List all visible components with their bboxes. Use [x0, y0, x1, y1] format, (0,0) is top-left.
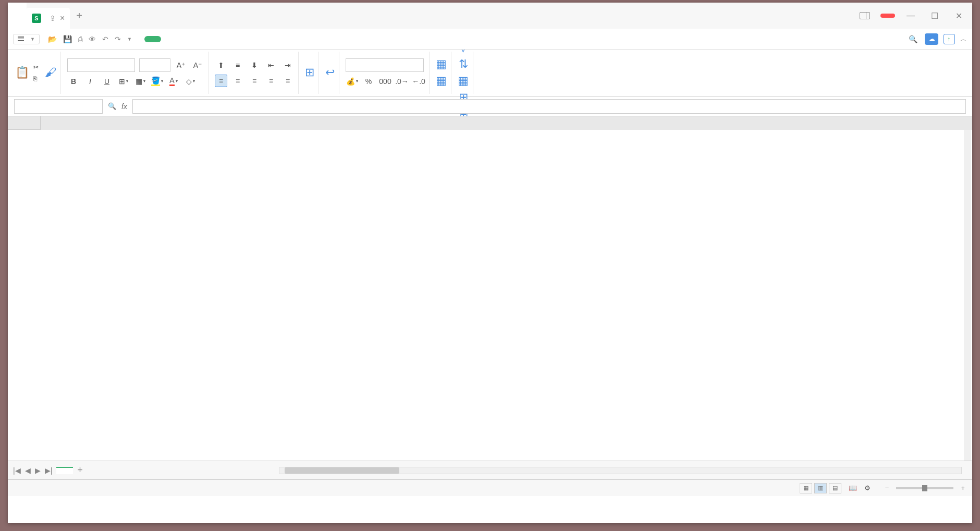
cut-button[interactable]: ✂ — [33, 64, 41, 71]
bold-button[interactable]: B — [67, 75, 80, 88]
font-name-select[interactable] — [67, 58, 135, 72]
decimal-decrease-icon[interactable]: ←.0 — [412, 75, 425, 88]
select-all-corner[interactable] — [8, 116, 41, 130]
spreadsheet-grid[interactable] — [8, 116, 972, 461]
cell-style-button[interactable]: ▦▾ — [134, 75, 146, 88]
tab-baidu[interactable] — [345, 36, 349, 42]
redo-icon[interactable]: ↷ — [115, 35, 121, 43]
align-top-icon[interactable]: ⬆ — [215, 59, 227, 71]
tab-page-layout[interactable] — [194, 36, 199, 42]
zoom-in-icon[interactable]: + — [961, 484, 965, 492]
tab-view[interactable] — [270, 36, 274, 42]
close-window-icon[interactable]: ✕ — [950, 7, 967, 24]
tab-start[interactable] — [144, 36, 161, 42]
ribbon-tabs — [144, 36, 349, 42]
zoom-slider[interactable] — [896, 487, 953, 489]
comma-icon[interactable]: 000 — [379, 75, 391, 88]
view-break-icon[interactable]: ▤ — [829, 483, 841, 493]
print-icon[interactable]: ⎙ — [78, 35, 82, 43]
rg-align: ⬆ ≡ ⬇ ⇤ ⇥ ≡ ≡ ≡ ≡ ≡ — [211, 52, 299, 94]
increase-font-icon[interactable]: A⁺ — [175, 59, 187, 71]
tab-cloud[interactable] — [326, 36, 330, 42]
sheet-nav-prev-icon[interactable]: ◀ — [25, 466, 31, 475]
fx-icon[interactable]: fx — [121, 102, 127, 111]
border-button[interactable]: ⊞▾ — [117, 75, 130, 88]
table-style-button[interactable]: ▦ — [436, 74, 447, 89]
align-left-icon[interactable]: ≡ — [215, 75, 227, 87]
align-bottom-icon[interactable]: ⬇ — [248, 59, 261, 71]
wrap-text-button[interactable]: ↩ — [325, 66, 335, 80]
add-sheet-button[interactable]: + — [77, 465, 83, 476]
font-color-button[interactable]: A▾ — [167, 75, 180, 88]
copy-button[interactable]: ⎘ — [33, 75, 41, 82]
format-button[interactable]: ▦ — [458, 74, 469, 89]
tab-data[interactable] — [232, 36, 236, 42]
percent-icon[interactable]: % — [362, 75, 375, 88]
rg-wrap: ↩ — [321, 52, 339, 94]
view-page-icon[interactable]: ▥ — [814, 483, 827, 493]
underline-button[interactable]: U — [101, 75, 113, 88]
decimal-increase-icon[interactable]: .0→ — [396, 75, 408, 88]
italic-button[interactable]: I — [84, 75, 96, 88]
align-middle-icon[interactable]: ≡ — [231, 59, 244, 71]
justify-icon[interactable]: ≡ — [265, 75, 277, 87]
align-center-icon[interactable]: ≡ — [231, 75, 244, 87]
distributed-icon[interactable]: ≡ — [281, 75, 294, 87]
font-size-select[interactable] — [139, 58, 170, 72]
indent-increase-icon[interactable]: ⇥ — [281, 59, 294, 71]
undo-icon[interactable]: ↶ — [102, 35, 108, 43]
login-button[interactable] — [880, 14, 895, 18]
horizontal-scrollbar[interactable] — [279, 467, 962, 474]
rg-font: A⁺ A⁻ B I U ⊞▾ ▦▾ 🪣▾ A▾ ◇▾ — [63, 52, 209, 94]
tab-formula[interactable] — [213, 36, 217, 42]
zoom-out-icon[interactable]: − — [885, 484, 889, 492]
qat-dropdown-icon[interactable]: ▼ — [127, 37, 132, 42]
open-icon[interactable]: 📂 — [48, 35, 57, 43]
sheet-tab-sheet1[interactable] — [56, 467, 73, 474]
doc-tab-active[interactable]: S ⇪ × — [27, 8, 70, 29]
format-painter-button[interactable]: 🖌 — [45, 66, 56, 80]
search-command[interactable]: 🔍 — [909, 35, 920, 43]
sheet-nav-next-icon[interactable]: ▶ — [35, 466, 41, 475]
zoom-icon[interactable]: 🔍 — [108, 102, 116, 110]
number-format-select[interactable] — [346, 58, 424, 72]
file-menu-button[interactable]: ▼ — [13, 34, 40, 44]
add-tab-button[interactable]: + — [76, 10, 82, 22]
layout-icon[interactable] — [856, 7, 873, 24]
scrollbar-thumb[interactable] — [285, 467, 399, 474]
merge-center-button[interactable]: ⊞ — [305, 66, 314, 80]
minimize-icon[interactable]: — — [902, 7, 919, 24]
maximize-icon[interactable]: ☐ — [926, 7, 943, 24]
tab-security[interactable] — [288, 36, 292, 42]
tab-developer[interactable] — [307, 36, 311, 42]
currency-icon[interactable]: 💰▾ — [346, 75, 358, 88]
collapse-ribbon-icon[interactable]: ︿ — [960, 34, 967, 44]
decrease-font-icon[interactable]: A⁻ — [191, 59, 204, 71]
indent-decrease-icon[interactable]: ⇤ — [265, 59, 277, 71]
fill-color-button[interactable]: 🪣▾ — [151, 75, 163, 88]
chevron-down-icon: ▼ — [30, 37, 35, 42]
name-box[interactable] — [14, 99, 103, 114]
vertical-scrollbar[interactable] — [964, 130, 971, 461]
paste-button[interactable]: 📋 — [15, 66, 29, 80]
formula-input[interactable] — [132, 99, 966, 114]
tab-review[interactable] — [251, 36, 255, 42]
cells-container[interactable] — [41, 130, 972, 461]
close-tab-icon[interactable]: × — [60, 14, 65, 23]
column-headers[interactable] — [41, 116, 972, 130]
reading-mode-icon[interactable]: 📖 — [849, 484, 857, 492]
align-right-icon[interactable]: ≡ — [248, 75, 261, 87]
settings-icon[interactable]: ⚙ — [864, 484, 871, 492]
tab-insert[interactable] — [176, 36, 180, 42]
cloud-sync-icon[interactable]: ☁ — [925, 33, 938, 45]
save-icon[interactable]: 💾 — [63, 35, 72, 43]
print-preview-icon[interactable]: 👁 — [89, 35, 96, 43]
sheet-nav-first-icon[interactable]: |◀ — [13, 466, 21, 475]
conditional-format-button[interactable]: ▦ — [436, 57, 447, 72]
sort-button[interactable]: ⇅ — [459, 57, 468, 72]
hamburger-icon — [18, 37, 24, 41]
clear-format-button[interactable]: ◇▾ — [184, 75, 197, 88]
share-icon[interactable]: ⇪ — [50, 14, 56, 22]
sheet-nav-last-icon[interactable]: ▶| — [45, 466, 53, 475]
view-normal-icon[interactable]: ▦ — [800, 483, 812, 493]
